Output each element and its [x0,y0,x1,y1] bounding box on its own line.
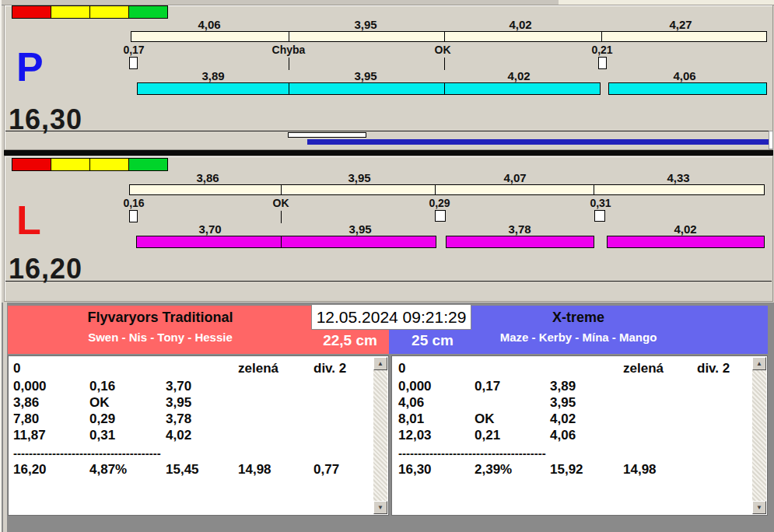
table-cell: 4,02 [166,427,191,443]
indicator-yellow-segment [51,6,90,18]
checkpoint-checkbox[interactable] [594,210,605,222]
checkpoint-checkbox[interactable] [598,57,607,69]
light-indicator-l [12,158,168,171]
table-cell: 4,06 [398,394,424,411]
scroll-up-button[interactable]: ▲ [373,357,387,370]
timing-window: P 4,06 3,95 4,02 4,27 0,17 Chyba OK 0,21… [0,0,774,532]
lane-panel-l: L 3,86 3,95 4,07 4,33 0,16 OK 0,29 0,31 … [4,156,773,302]
checkpoint-label: OK [273,197,289,209]
indicator-green-segment [129,159,167,170]
table-cell: 16,20 [13,461,47,478]
table-separator: -------------------------------------- [398,446,546,460]
checkpoint-label: Chyba [272,44,306,56]
table-cell: 0,21 [475,427,500,443]
measured-bar-divider [435,184,436,195]
table-cell: 14,98 [623,461,657,478]
table-cell: 12,03 [398,427,432,443]
measured-bar-l [129,184,765,195]
checkpoint-label: 0,21 [591,44,612,56]
split-measured-label: 3,86 [196,171,219,184]
run-bar-l-segment [446,236,594,248]
run-bar-l-segment [607,236,765,248]
scrollbar-track[interactable]: ▲ ▼ [752,357,766,514]
table-cell: 3,70 [166,378,191,394]
window-left-edge [3,303,7,532]
team-left-name: Flyvaryors Traditional [8,310,313,326]
table-cell: zelená [623,360,664,376]
measured-bar-p [131,31,767,42]
team-left-dogs: Swen - Nis - Tony - Hessie [8,331,313,344]
run-bar-divider [444,82,445,95]
scrollbar-track[interactable]: ▲ ▼ [373,357,387,514]
table-cell: 3,89 [550,378,576,394]
table-cell: 3,78 [166,411,191,427]
split-measured-label: 4,07 [503,171,526,184]
table-cell: OK [475,411,495,427]
table-cell: OK [89,394,110,411]
split-measured-label: 3,95 [348,171,370,184]
table-cell: 4,87% [89,461,127,478]
checkpoint-checkbox[interactable] [129,210,138,222]
split-run-label: 3,95 [354,69,376,82]
progress-bar [307,139,769,145]
lane-letter-p: P [16,47,44,87]
checkpoint-checkbox[interactable] [129,57,138,69]
right-edge-box [769,131,773,149]
split-measured-label: 4,06 [198,18,220,31]
measured-bar-divider [289,31,289,42]
split-run-label: 3,95 [348,222,371,236]
indicator-yellow-segment [90,6,129,18]
run-bar-p-segment [137,82,601,95]
lane-panel-p: P 4,06 3,95 4,02 4,27 0,17 Chyba OK 0,21… [4,5,773,150]
table-cell: div. 2 [313,360,346,376]
table-cell: 0 [398,360,405,376]
indicator-yellow-segment [51,159,90,170]
table-cell: 2,39% [475,461,512,478]
light-indicator-p [12,5,168,19]
split-run-label: 3,78 [508,222,531,236]
indicator-red-segment [12,6,51,18]
measured-bar-divider [601,31,602,42]
lane-underline [5,131,772,131]
table-cell: 0,16 [89,378,115,394]
measured-bar-divider [444,31,445,42]
table-cell: 0,000 [13,378,47,394]
result-table-left: 0 zelená div. 2 0,000 0,16 3,70 3,86 OK … [8,355,389,516]
table-cell: 0,31 [89,427,115,443]
checkpoint-label: 0,17 [123,44,144,56]
indicator-green-segment [129,6,167,18]
checkpoint-label: 0,31 [590,197,611,209]
split-run-label: 3,70 [198,222,221,236]
split-measured-label: 4,33 [667,171,689,184]
table-cell: 14,98 [238,461,271,478]
table-cell: zelená [238,360,278,376]
scroll-down-button[interactable]: ▼ [373,501,387,514]
indicator-yellow-segment [90,159,129,170]
run-bar-p-segment [608,82,767,95]
table-separator: -------------------------------------- [13,446,161,460]
table-cell: 0,29 [89,411,115,427]
jump-height-left: 22,5 cm [311,332,389,349]
table-cell: 16,30 [398,461,432,478]
table-cell: 7,80 [13,411,39,427]
split-run-label: 4,02 [507,69,530,82]
split-run-label: 3,89 [201,69,224,82]
checkpoint-label: 0,29 [429,197,450,209]
table-cell: 3,95 [550,394,576,411]
split-run-label: 4,02 [674,222,696,236]
run-bar-divider [289,82,289,95]
scroll-up-button[interactable]: ▲ [752,357,766,370]
checkpoint-tick [289,58,289,70]
datetime-display: 12.05.2024 09:21:29 [311,304,471,330]
scroll-down-button[interactable]: ▼ [752,501,766,514]
mini-gauge-bar [288,132,366,138]
table-cell: 0,17 [475,378,500,394]
checkpoint-checkbox[interactable] [435,210,446,222]
indicator-red-segment [12,159,51,170]
split-run-label: 4,06 [673,69,695,82]
split-measured-label: 3,95 [354,18,376,31]
table-cell: 11,87 [13,427,46,443]
table-cell: 15,45 [166,461,199,478]
result-table-right: 0 zelená div. 2 0,000 0,17 3,89 4,06 3,9… [391,355,768,516]
checkpoint-tick [444,58,445,70]
